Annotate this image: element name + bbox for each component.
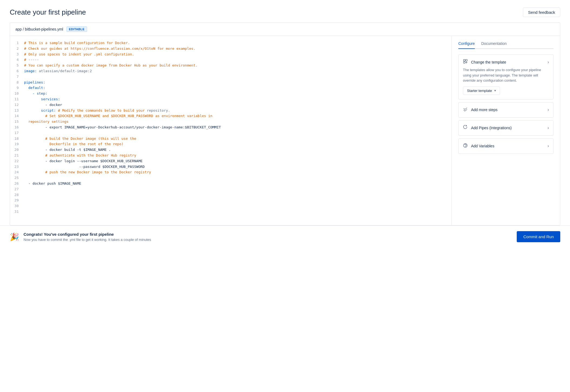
bottom-title: Congrats! You've configured your first p… [24,232,151,237]
commit-and-run-button[interactable]: Commit and Run [517,231,560,242]
add-pipes-chevron-icon: › [548,125,549,130]
add-variables-chevron-icon: › [548,144,549,148]
add-steps-left: Add more steps [463,107,498,113]
code-lines[interactable]: # This is a sample build configuration f… [22,36,452,225]
svg-point-4 [465,146,466,147]
add-pipes-section[interactable]: Add Pipes (Integrations) › [458,120,554,136]
bottom-description: Now you have to commit the .yml file to … [24,238,151,242]
variables-icon [463,143,468,149]
add-steps-section[interactable]: Add more steps › [458,102,554,118]
tabs: Configure Documentation [458,41,554,49]
change-template-left: Change the template [463,59,506,65]
steps-icon [463,107,468,113]
add-pipes-left: Add Pipes (Integrations) [463,125,512,131]
editable-badge: EDITABLE [67,26,87,32]
add-steps-header[interactable]: Add more steps › [463,107,549,113]
add-steps-chevron-icon: › [548,107,549,112]
main-container: app / bitbucket-pipelines.yml EDITABLE 1… [10,22,560,225]
change-template-section: Change the template › The templates allo… [458,54,554,99]
tab-documentation[interactable]: Documentation [481,41,507,49]
send-feedback-button[interactable]: Send feedback [523,8,560,17]
editor-panel: 12345 678910 1112131415 1617181920 21222… [10,36,560,225]
pipes-icon [463,125,468,131]
svg-rect-0 [463,59,465,61]
file-path: app / bitbucket-pipelines.yml [15,27,63,31]
code-editor[interactable]: 12345 678910 1112131415 1617181920 21222… [10,36,452,225]
template-icon [463,59,468,65]
change-template-chevron-icon: › [548,60,549,65]
add-variables-title: Add Variables [471,144,494,148]
bottom-bar: 🎉 Congrats! You've configured your first… [0,225,570,248]
bottom-left: 🎉 Congrats! You've configured your first… [10,232,151,242]
svg-rect-2 [463,62,465,63]
template-selector-button[interactable]: Starter template ▾ [463,87,500,95]
add-variables-left: Add Variables [463,143,494,149]
add-steps-title: Add more steps [471,108,498,112]
template-selector-chevron-icon: ▾ [494,89,496,92]
change-template-title: Change the template [471,60,506,64]
right-panel: Configure Documentation [452,36,560,225]
file-bar: app / bitbucket-pipelines.yml EDITABLE [10,23,560,36]
template-selector-label: Starter template [467,89,492,93]
page-header: Create your first pipeline Send feedback [0,0,570,22]
tab-configure[interactable]: Configure [458,41,475,49]
add-pipes-header[interactable]: Add Pipes (Integrations) › [463,125,549,131]
change-template-desc: The templates allow you to configure you… [463,67,549,83]
add-pipes-title: Add Pipes (Integrations) [471,126,512,130]
change-template-header[interactable]: Change the template › [463,59,549,65]
add-variables-header[interactable]: Add Variables › [463,143,549,149]
confetti-icon: 🎉 [10,232,19,241]
add-variables-section[interactable]: Add Variables › [458,138,554,154]
line-numbers: 12345 678910 1112131415 1617181920 21222… [10,36,22,225]
bottom-text-block: Congrats! You've configured your first p… [24,232,151,242]
svg-rect-1 [466,59,467,61]
page-title: Create your first pipeline [10,8,86,16]
